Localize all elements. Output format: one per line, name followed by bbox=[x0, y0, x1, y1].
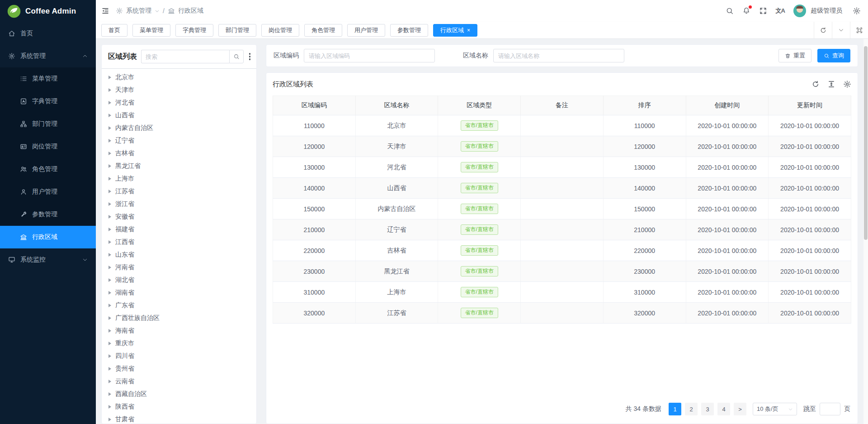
translate-icon[interactable]: 文A bbox=[776, 7, 785, 15]
sidebar-item-param[interactable]: 参数管理 bbox=[0, 203, 96, 226]
table-row[interactable]: 120000 天津市 省市/直辖市 120000 2020-10-01 00:0… bbox=[273, 136, 851, 157]
page-number-button[interactable]: 1 bbox=[669, 403, 681, 415]
caret-down-icon[interactable] bbox=[155, 9, 160, 14]
tab[interactable]: 参数管理 bbox=[390, 24, 428, 37]
column-header[interactable]: 区域类型 bbox=[438, 96, 521, 115]
fullscreen-icon[interactable] bbox=[759, 7, 767, 15]
caret-right-icon[interactable] bbox=[108, 101, 111, 105]
column-header[interactable]: 排序 bbox=[603, 96, 686, 115]
tab[interactable]: 首页 bbox=[101, 24, 127, 37]
caret-right-icon[interactable] bbox=[108, 253, 111, 257]
tree-item[interactable]: 黑龙江省 bbox=[102, 160, 256, 172]
sidebar-item-post[interactable]: 岗位管理 bbox=[0, 135, 96, 158]
sidebar-item-dict[interactable]: 字典管理 bbox=[0, 90, 96, 113]
caret-right-icon[interactable] bbox=[108, 304, 111, 307]
tree-item[interactable]: 浙江省 bbox=[102, 198, 256, 210]
tree-search-button[interactable] bbox=[229, 50, 244, 63]
table-row[interactable]: 210000 辽宁省 省市/直辖市 210000 2020-10-01 00:0… bbox=[273, 219, 851, 240]
tree-item[interactable]: 陕西省 bbox=[102, 400, 256, 413]
tab[interactable]: 角色管理 bbox=[304, 24, 342, 37]
table-row[interactable]: 130000 河北省 省市/直辖市 130000 2020-10-01 00:0… bbox=[273, 157, 851, 178]
tree-item[interactable]: 福建省 bbox=[102, 223, 256, 236]
breadcrumb-parent[interactable]: 系统管理 bbox=[126, 7, 151, 15]
tab[interactable]: 行政区域× bbox=[433, 24, 477, 37]
avatar[interactable] bbox=[793, 5, 806, 17]
next-page-button[interactable]: > bbox=[734, 403, 746, 415]
tree-item[interactable]: 山东省 bbox=[102, 248, 256, 261]
table-row[interactable]: 110000 北京市 省市/直辖市 110000 2020-10-01 00:0… bbox=[273, 115, 851, 136]
tree-item[interactable]: 北京市 bbox=[102, 71, 256, 84]
sidebar-group-monitor[interactable]: 系统监控 bbox=[0, 248, 96, 271]
caret-right-icon[interactable] bbox=[108, 177, 111, 181]
sidebar-item-menu[interactable]: 菜单管理 bbox=[0, 67, 96, 90]
tree-item[interactable]: 上海市 bbox=[102, 172, 256, 185]
query-button[interactable]: 查询 bbox=[817, 49, 850, 62]
caret-right-icon[interactable] bbox=[108, 114, 111, 117]
column-header[interactable]: 备注 bbox=[521, 96, 604, 115]
page-size-select[interactable]: 10 条/页 bbox=[753, 403, 797, 415]
caret-right-icon[interactable] bbox=[108, 367, 111, 371]
maximize-icon[interactable] bbox=[850, 22, 868, 38]
caret-right-icon[interactable] bbox=[108, 240, 111, 244]
page-number-button[interactable]: 4 bbox=[717, 403, 730, 415]
caret-right-icon[interactable] bbox=[108, 266, 111, 269]
caret-right-icon[interactable] bbox=[108, 291, 111, 295]
sidebar-item-home[interactable]: 首页 bbox=[0, 22, 96, 45]
search-icon[interactable] bbox=[726, 7, 734, 15]
column-settings-gear-icon[interactable] bbox=[843, 80, 851, 88]
sidebar-group-system[interactable]: 系统管理 bbox=[0, 45, 96, 67]
caret-right-icon[interactable] bbox=[108, 76, 111, 79]
table-row[interactable]: 220000 吉林省 省市/直辖市 220000 2020-10-01 00:0… bbox=[273, 240, 851, 261]
tree-item[interactable]: 贵州省 bbox=[102, 362, 256, 375]
caret-right-icon[interactable] bbox=[108, 316, 111, 320]
row-height-icon[interactable] bbox=[827, 80, 835, 88]
tree-item[interactable]: 辽宁省 bbox=[102, 134, 256, 147]
scrollbar-thumb[interactable] bbox=[864, 46, 868, 240]
sidebar-item-dept[interactable]: 部门管理 bbox=[0, 113, 96, 135]
page-number-button[interactable]: 2 bbox=[685, 403, 698, 415]
table-row[interactable]: 150000 内蒙古自治区 省市/直辖市 150000 2020-10-01 0… bbox=[273, 199, 851, 219]
table-row[interactable]: 230000 黑龙江省 省市/直辖市 230000 2020-10-01 00:… bbox=[273, 261, 851, 282]
table-row[interactable]: 310000 上海市 省市/直辖市 310000 2020-10-01 00:0… bbox=[273, 282, 851, 303]
caret-right-icon[interactable] bbox=[108, 405, 111, 409]
caret-right-icon[interactable] bbox=[108, 88, 111, 92]
tab[interactable]: 用户管理 bbox=[347, 24, 385, 37]
caret-right-icon[interactable] bbox=[108, 418, 111, 421]
tree-item[interactable]: 安徽省 bbox=[102, 210, 256, 223]
column-header[interactable]: 区域名称 bbox=[355, 96, 438, 115]
tree-item[interactable]: 四川省 bbox=[102, 350, 256, 362]
refresh-tabs-icon[interactable] bbox=[814, 22, 832, 38]
collapse-sidebar-icon[interactable] bbox=[101, 7, 109, 15]
reset-button[interactable]: 重置 bbox=[778, 49, 811, 62]
jump-to-page-input[interactable] bbox=[820, 403, 840, 415]
app-logo[interactable]: Coffee Admin bbox=[0, 0, 96, 22]
tree-item[interactable]: 河北省 bbox=[102, 96, 256, 109]
tree-item[interactable]: 广西壮族自治区 bbox=[102, 312, 256, 324]
caret-right-icon[interactable] bbox=[108, 139, 111, 143]
tree-item[interactable]: 内蒙古自治区 bbox=[102, 122, 256, 134]
page-scrollbar[interactable] bbox=[863, 39, 868, 424]
table-row[interactable]: 320000 江苏省 省市/直辖市 320000 2020-10-01 00:0… bbox=[273, 303, 851, 324]
caret-right-icon[interactable] bbox=[108, 342, 111, 345]
chevron-down-icon[interactable] bbox=[832, 22, 850, 38]
table-row[interactable]: 140000 山西省 省市/直辖市 140000 2020-10-01 00:0… bbox=[273, 178, 851, 199]
tree-item[interactable]: 重庆市 bbox=[102, 337, 256, 350]
caret-right-icon[interactable] bbox=[108, 126, 111, 130]
refresh-icon[interactable] bbox=[811, 80, 820, 88]
tree-item[interactable]: 江苏省 bbox=[102, 185, 256, 198]
tab[interactable]: 菜单管理 bbox=[132, 24, 170, 37]
tree-item[interactable]: 湖南省 bbox=[102, 286, 256, 299]
caret-right-icon[interactable] bbox=[108, 278, 111, 282]
tree-item[interactable]: 海南省 bbox=[102, 324, 256, 337]
more-options-icon[interactable] bbox=[248, 53, 252, 60]
region-name-input[interactable] bbox=[493, 49, 624, 62]
username[interactable]: 超级管理员 bbox=[811, 7, 842, 15]
settings-gear-icon[interactable] bbox=[853, 7, 861, 15]
tree-item[interactable]: 甘肃省 bbox=[102, 413, 256, 424]
sidebar-item-role[interactable]: 角色管理 bbox=[0, 158, 96, 181]
notification-bell-icon[interactable] bbox=[742, 7, 750, 15]
tree-item[interactable]: 广东省 bbox=[102, 299, 256, 312]
caret-right-icon[interactable] bbox=[108, 380, 111, 383]
caret-right-icon[interactable] bbox=[108, 228, 111, 231]
column-header[interactable]: 创建时间 bbox=[686, 96, 769, 115]
